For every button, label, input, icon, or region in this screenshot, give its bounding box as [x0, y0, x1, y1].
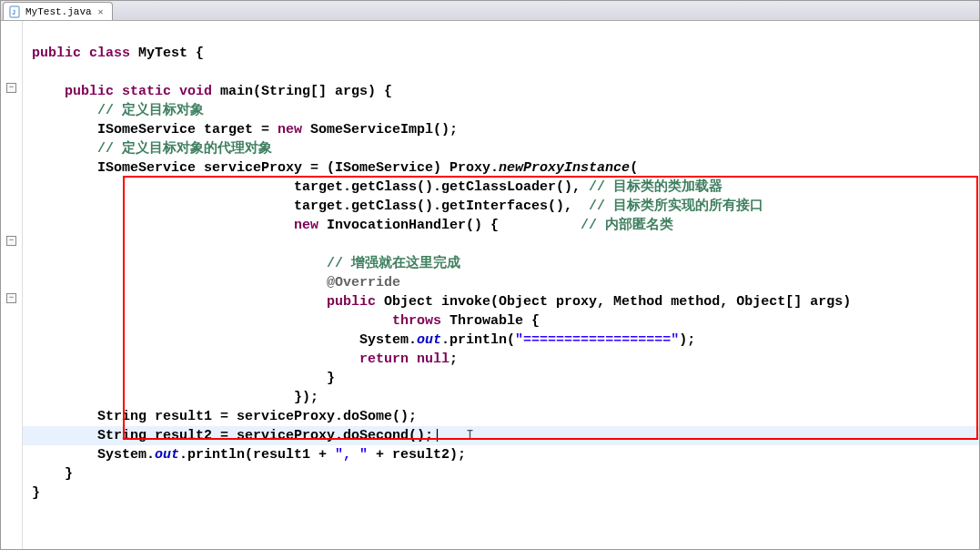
code-line: target.getClass().getInterfaces(), // 目标…	[23, 197, 979, 216]
code-line	[23, 235, 979, 254]
code-line: // 增强就在这里完成	[23, 254, 979, 273]
code-area[interactable]: public class MyTest { public static void…	[23, 21, 979, 549]
close-icon[interactable]: ✕	[96, 6, 106, 17]
code-line: }	[23, 369, 979, 388]
java-file-icon: J	[9, 5, 22, 18]
editor-tab[interactable]: J MyTest.java ✕	[3, 2, 113, 20]
code-line: }	[23, 484, 979, 503]
code-line	[23, 25, 979, 44]
tab-filename: MyTest.java	[25, 6, 92, 17]
code-line: public class MyTest {	[23, 44, 979, 63]
svg-text:J: J	[12, 9, 15, 16]
code-line: target.getClass().getClassLoader(), // 目…	[23, 178, 979, 197]
code-line: }	[23, 464, 979, 484]
gutter[interactable]: − − −	[1, 21, 23, 549]
code-line: new InvocationHandler() { // 内部匿名类	[23, 216, 979, 235]
code-line: String result1 = serviceProxy.doSome();	[23, 407, 979, 426]
code-line: // 定义目标对象的代理对象	[23, 139, 979, 158]
code-line: System.out.println(result1 + ", " + resu…	[23, 445, 979, 464]
code-line: @Override	[23, 273, 979, 292]
code-line: ISomeService serviceProxy = (ISomeServic…	[23, 158, 979, 178]
fold-marker[interactable]: −	[6, 236, 16, 246]
text-cursor-icon: I	[466, 426, 474, 445]
code-line: ISomeService target = new SomeServiceImp…	[23, 120, 979, 139]
code-line: // 定义目标对象	[23, 101, 979, 120]
code-line: throws Throwable {	[23, 311, 979, 331]
code-line: public static void main(String[] args) {	[23, 82, 979, 101]
code-line: });	[23, 388, 979, 407]
code-line: System.out.println("==================")…	[23, 331, 979, 350]
editor-area: − − − public class MyTest { public stati…	[1, 21, 979, 549]
code-line	[23, 63, 979, 82]
fold-marker[interactable]: −	[6, 293, 16, 303]
code-line: public Object invoke(Object proxy, Metho…	[23, 292, 979, 311]
code-line-current: String result2 = serviceProxy.doSecond()…	[23, 426, 979, 445]
tab-bar: J MyTest.java ✕	[1, 1, 979, 21]
code-line: return null;	[23, 350, 979, 369]
fold-marker[interactable]: −	[6, 83, 16, 93]
